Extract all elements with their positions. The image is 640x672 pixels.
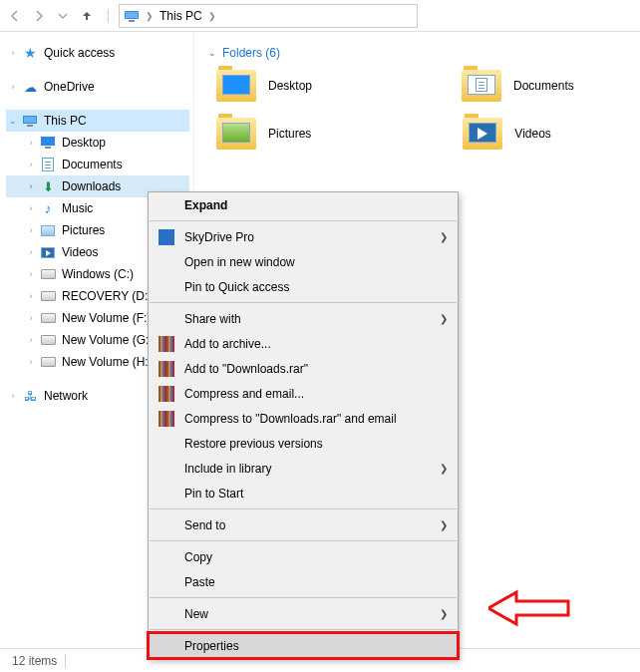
folder-documents[interactable]: Documents [462,70,574,102]
music-icon: ♪ [40,200,56,216]
forward-button[interactable] [28,5,50,27]
folder-videos[interactable]: Videos [463,118,550,150]
ctx-label: Paste [184,575,215,589]
tree-this-pc[interactable]: ⌄This PC [6,110,189,132]
ctx-compress-email[interactable]: Compress and email... [149,381,458,406]
ctx-label: Add to "Downloads.rar" [184,362,308,376]
context-menu: Expand SkyDrive Pro❯ Open in new window … [148,191,459,659]
chevron-down-icon: ⌄ [208,48,216,58]
separator [65,654,66,668]
annotation-arrow [488,588,578,628]
tree-label: Desktop [60,136,106,150]
tree-label: Pictures [60,223,105,237]
ctx-add-archive[interactable]: Add to archive... [149,331,458,356]
winrar-icon [159,386,174,402]
winrar-icon [159,361,174,377]
drive-icon [40,354,56,370]
pc-icon [22,113,38,129]
tree-label: Downloads [60,179,121,193]
pc-icon [124,10,140,22]
ctx-compress-rar-email[interactable]: Compress to "Downloads.rar" and email [149,406,458,431]
drive-icon [40,288,56,304]
ctx-label: Compress and email... [184,387,304,401]
ctx-open-new-window[interactable]: Open in new window [149,249,458,274]
ctx-label: Add to archive... [184,337,271,351]
ctx-label: Expand [184,198,227,212]
ctx-share-with[interactable]: Share with❯ [149,306,458,331]
tree-label: RECOVERY (D:) [60,289,152,303]
ctx-label: Open in new window [184,255,295,269]
folder-icon [463,118,502,150]
ctx-label: Send to [184,518,225,532]
ctx-label: Pin to Start [184,487,243,501]
tree-label: Network [42,389,88,403]
recent-dropdown[interactable] [52,5,74,27]
ctx-pin-quick-access[interactable]: Pin to Quick access [149,274,458,299]
winrar-icon [159,336,174,352]
ctx-paste[interactable]: Paste [149,569,458,594]
tree-label: Music [60,201,93,215]
submenu-arrow-icon: ❯ [440,463,448,474]
ctx-label: Include in library [184,462,271,476]
ctx-label: Share with [184,312,241,326]
folder-icon [216,70,256,102]
status-item-count: 12 items [12,654,57,668]
tree-quick-access[interactable]: ›★Quick access [6,42,189,64]
ctx-new[interactable]: New❯ [149,601,458,626]
folder-label: Videos [514,127,550,141]
ctx-label: Pin to Quick access [184,280,289,294]
address-bar[interactable]: ❯ This PC ❯ [119,4,418,28]
tree-onedrive[interactable]: ›☁OneDrive [6,76,189,98]
svg-rect-7 [45,147,51,149]
tree-label: Documents [60,158,123,171]
videos-icon [40,244,56,260]
tree-documents[interactable]: ›Documents [6,154,189,175]
ctx-send-to[interactable]: Send to❯ [149,512,458,537]
folder-label: Desktop [268,79,312,93]
ctx-restore-versions[interactable]: Restore previous versions [149,431,458,456]
svg-rect-6 [41,137,55,146]
ctx-properties[interactable]: Properties [149,633,458,658]
tree-label: OneDrive [42,80,95,94]
skydrive-icon [159,229,174,245]
nav-toolbar: ❯ This PC ❯ [0,0,640,32]
section-folders[interactable]: ⌄ Folders (6) [208,46,640,60]
svg-rect-1 [126,12,138,18]
folder-pictures[interactable]: Pictures [216,118,311,150]
desktop-icon [40,135,56,151]
folder-icon [462,70,501,102]
folder-label: Documents [513,79,574,93]
ctx-copy[interactable]: Copy [149,544,458,569]
tree-label: New Volume (G:) [60,333,153,347]
ctx-include-library[interactable]: Include in library❯ [149,456,458,481]
svg-rect-2 [129,20,135,22]
folder-icon [216,118,256,150]
chevron-right-icon: ❯ [146,11,154,21]
breadcrumb-this-pc[interactable]: This PC [160,9,202,23]
submenu-arrow-icon: ❯ [440,519,448,530]
tree-label: Quick access [42,46,115,60]
drive-icon [40,332,56,348]
ctx-add-downloads-rar[interactable]: Add to "Downloads.rar" [149,356,458,381]
svg-rect-4 [24,117,36,123]
tree-desktop[interactable]: ›Desktop [6,132,189,154]
ctx-expand[interactable]: Expand [149,192,458,217]
network-icon: 🖧 [22,388,38,404]
ctx-label: Copy [184,550,212,564]
ctx-pin-start[interactable]: Pin to Start [149,481,458,505]
downloads-icon: ⬇ [40,178,56,194]
pictures-icon [40,222,56,238]
back-button[interactable] [4,5,26,27]
tree-label: Videos [60,245,98,259]
submenu-arrow-icon: ❯ [440,313,448,324]
folder-label: Pictures [268,127,311,141]
ctx-label: Restore previous versions [184,437,323,451]
ctx-skydrive-pro[interactable]: SkyDrive Pro❯ [149,224,458,249]
documents-icon [40,157,56,172]
tree-label: New Volume (H:) [60,355,153,369]
up-button[interactable] [76,5,98,27]
ctx-label: New [184,607,208,621]
svg-rect-5 [27,125,33,127]
tree-label: This PC [42,114,87,128]
folder-desktop[interactable]: Desktop [216,70,312,102]
